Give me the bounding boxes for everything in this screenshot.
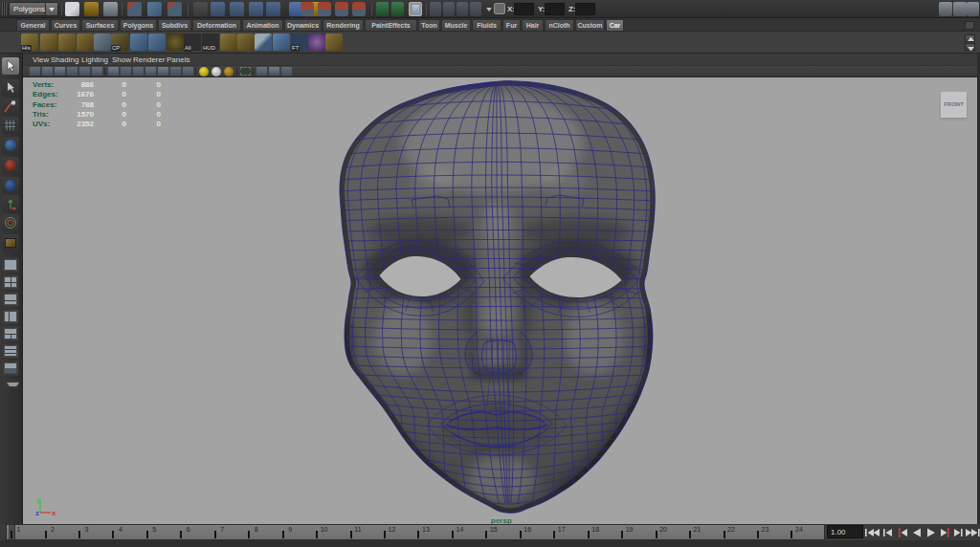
svg-text:y: y: [36, 495, 41, 504]
svg-text:z: z: [35, 509, 39, 517]
svg-text:x: x: [52, 509, 56, 517]
